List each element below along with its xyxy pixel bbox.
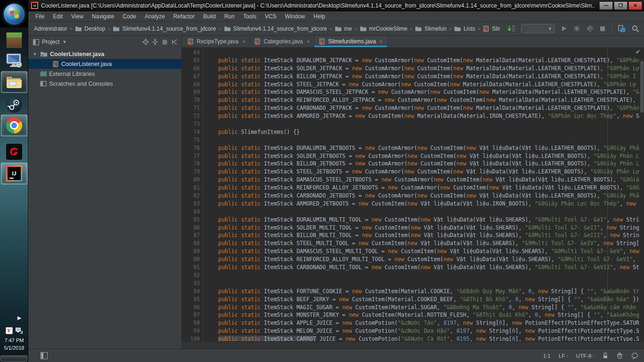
v-tray-icon[interactable]: V	[6, 327, 13, 334]
tab-categories-java[interactable]: Categories.java×	[250, 36, 314, 47]
line-number[interactable]: 67	[182, 73, 200, 80]
breadcrumb-item[interactable]: Desktop	[75, 25, 105, 32]
locate-file-button[interactable]	[142, 39, 149, 45]
code-line[interactable]: 82 public static ItemStack CARBONADO_JET…	[182, 192, 644, 200]
breadcrumb-item[interactable]: SlimefunItems.java	[483, 25, 500, 32]
code-line[interactable]: 66 public static ItemStack SOLDER_JETPAC…	[182, 65, 644, 73]
code-line[interactable]: 70 public static ItemStack REINFORCED_AL…	[182, 97, 644, 105]
line-number[interactable]: 71	[182, 105, 200, 111]
coverage-button[interactable]	[586, 25, 594, 32]
menu-tools[interactable]: Tools	[239, 11, 261, 22]
menu-file[interactable]: File	[31, 11, 49, 22]
close-button[interactable]: ✕	[628, 1, 642, 10]
code-line[interactable]: 81 public static ItemStack REINFORCED_AL…	[182, 184, 644, 192]
line-number[interactable]: 91	[182, 264, 200, 271]
code-line[interactable]: 75	[182, 137, 644, 145]
line-number[interactable]: 66	[182, 65, 200, 72]
menu-vcs[interactable]: VCS	[261, 11, 281, 22]
line-number[interactable]: 72	[182, 113, 200, 119]
line-number[interactable]: 95	[182, 296, 200, 303]
code-line[interactable]: 97 public static ItemStack MONSTER_JERKY…	[182, 312, 644, 320]
tab-slimefunitems-java[interactable]: SlimefunItems.java×	[314, 36, 388, 47]
code-line[interactable]: 72 public static ItemStack ARMORED_JETPA…	[182, 113, 644, 121]
taskbar-button-start[interactable]	[1, 2, 27, 26]
stop-button[interactable]	[600, 26, 605, 32]
code-line[interactable]: 94 public static ItemStack FORTUNE_COOKI…	[182, 288, 644, 296]
network-tray-icon[interactable]	[15, 327, 23, 334]
profile-button[interactable]	[573, 25, 580, 32]
code-line[interactable]: 93	[182, 280, 644, 288]
breadcrumb-item[interactable]: Slimefunv4.1.14_source_from_jdcore	[224, 25, 327, 32]
line-separator-selector[interactable]: LF↕	[559, 353, 568, 359]
code-line[interactable]: 84	[182, 208, 644, 216]
line-number[interactable]: 100	[182, 336, 200, 341]
line-number[interactable]: 85	[182, 216, 200, 223]
code-line[interactable]: 68 public static ItemStack STEEL_JETPACK…	[182, 81, 644, 89]
panel-settings-gear-icon[interactable]	[161, 39, 168, 46]
taskbar-button-steam[interactable]	[1, 94, 27, 115]
show-hidden-icons-arrow[interactable]: ▶	[17, 315, 21, 321]
menu-help[interactable]: Help	[309, 11, 330, 22]
code-line[interactable]: 90 public static ItemStack REINFORCED_AL…	[182, 256, 644, 264]
vcs-update-button[interactable]: 011001	[507, 25, 515, 32]
code-line[interactable]: 96 public static ItemStack MAGIC_SUGAR =…	[182, 304, 644, 312]
line-number[interactable]: 74	[182, 129, 200, 135]
menu-build[interactable]: Build	[199, 11, 220, 22]
project-structure-button[interactable]	[618, 25, 626, 33]
code-line[interactable]: 69 public static ItemStack DAMASCUS_STEE…	[182, 89, 644, 97]
taskbar-button-explorer[interactable]	[1, 71, 27, 93]
window-titlebar[interactable]: IJ CoolerListener.java [C:\Users\Adminis…	[28, 0, 644, 11]
line-number[interactable]: 70	[182, 97, 200, 103]
line-number[interactable]: 82	[182, 192, 200, 199]
editor-horizontal-scrollbar[interactable]	[182, 341, 644, 349]
tab-close-icon[interactable]: ×	[307, 39, 310, 44]
line-number[interactable]: 68	[182, 81, 200, 88]
line-number[interactable]: 83	[182, 200, 200, 207]
encoding-selector[interactable]: UTF-8↕	[576, 353, 594, 359]
line-number[interactable]: 98	[182, 320, 200, 326]
code-line[interactable]: 79 public static ItemStack STEEL_JETBOOT…	[182, 168, 644, 176]
line-number[interactable]: 87	[182, 232, 200, 239]
run-configuration-select[interactable]: ▼	[521, 24, 555, 33]
line-number[interactable]: 92	[182, 272, 200, 279]
tray-clock-time[interactable]: 7:47 PM	[0, 337, 28, 343]
breadcrumb-item[interactable]: Slimefunv4.1.14_source_from_jdcore	[113, 25, 216, 32]
breadcrumb-item[interactable]: Lists	[454, 25, 475, 32]
line-number[interactable]: 88	[182, 240, 200, 247]
line-number[interactable]: 84	[182, 208, 200, 215]
tree-item-external-libraries[interactable]: External Libraries	[28, 69, 182, 79]
menu-refactor[interactable]: Refactor	[169, 11, 199, 22]
code-line[interactable]: 89 public static ItemStack DAMASCUS_STEE…	[182, 248, 644, 256]
code-line[interactable]: 65 public static ItemStack DURALUMIN_JET…	[182, 57, 644, 65]
tab-recipetype-java[interactable]: RecipeType.java×	[183, 36, 250, 47]
line-number[interactable]: 77	[182, 153, 200, 159]
code-line[interactable]: 86 public static ItemStack SOLDER_MULTI_…	[182, 224, 644, 232]
code-line[interactable]: 87 public static ItemStack BILLON_MULTI_…	[182, 232, 644, 240]
tray-clock-date[interactable]: 5/1/2018	[0, 345, 28, 351]
line-number[interactable]: 79	[182, 168, 200, 175]
code-line[interactable]: 88 public static ItemStack STEEL_MULTI_T…	[182, 240, 644, 248]
tree-item-coolerlistener-java[interactable]: ▼CoolerListener.java	[28, 49, 182, 59]
editor-vertical-scrollbar[interactable]	[640, 61, 644, 113]
line-number[interactable]: 64	[182, 49, 200, 56]
breadcrumb-item[interactable]: mrCookieSlime	[360, 25, 407, 32]
menu-run[interactable]: Run	[220, 11, 239, 22]
code-line[interactable]: 73	[182, 121, 644, 129]
breadcrumb-item[interactable]: Administrator	[34, 25, 67, 32]
line-number[interactable]: 89	[182, 248, 200, 255]
code-line[interactable]: 85 public static ItemStack DURALUMIN_MUL…	[182, 216, 644, 224]
line-number[interactable]: 90	[182, 256, 200, 263]
code-line[interactable]: 78 public static ItemStack BILLON_JETBOO…	[182, 160, 644, 168]
line-number[interactable]: 65	[182, 57, 200, 64]
line-number[interactable]: 93	[182, 280, 200, 287]
code-line[interactable]: 67 public static ItemStack BILLON_JETPAC…	[182, 73, 644, 81]
line-number[interactable]: 73	[182, 121, 200, 127]
line-number[interactable]: 94	[182, 288, 200, 295]
tree-item-coolerlistener-java[interactable]: CoolerListener.java	[28, 59, 182, 69]
menu-view[interactable]: View	[67, 11, 88, 22]
line-number[interactable]: 96	[182, 304, 200, 311]
line-number[interactable]: 86	[182, 224, 200, 231]
line-number[interactable]: 97	[182, 312, 200, 318]
breadcrumb-item[interactable]: me	[335, 25, 352, 32]
taskbar-button-remote-desktop[interactable]	[1, 50, 27, 72]
